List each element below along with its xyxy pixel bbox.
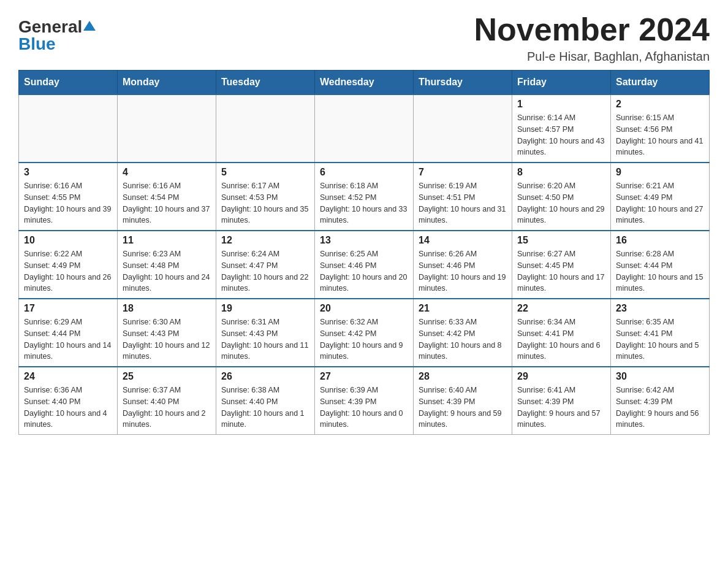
day-info: Sunrise: 6:15 AMSunset: 4:56 PMDaylight:… xyxy=(616,112,704,158)
calendar-cell xyxy=(414,94,512,163)
week-row-5: 24Sunrise: 6:36 AMSunset: 4:40 PMDayligh… xyxy=(19,367,710,435)
month-title: November 2024 xyxy=(474,12,710,47)
day-number: 6 xyxy=(320,167,408,178)
week-row-4: 17Sunrise: 6:29 AMSunset: 4:44 PMDayligh… xyxy=(19,299,710,367)
weekday-header-friday: Friday xyxy=(512,71,611,95)
logo-blue: Blue xyxy=(18,34,56,53)
day-info: Sunrise: 6:34 AMSunset: 4:41 PMDaylight:… xyxy=(517,316,605,362)
day-info: Sunrise: 6:23 AMSunset: 4:48 PMDaylight:… xyxy=(123,248,211,294)
calendar-cell: 25Sunrise: 6:37 AMSunset: 4:40 PMDayligh… xyxy=(118,367,216,435)
day-info: Sunrise: 6:16 AMSunset: 4:54 PMDaylight:… xyxy=(123,180,211,226)
day-info: Sunrise: 6:37 AMSunset: 4:40 PMDaylight:… xyxy=(123,385,211,431)
calendar-cell xyxy=(19,94,118,163)
calendar-cell: 1Sunrise: 6:14 AMSunset: 4:57 PMDaylight… xyxy=(512,94,611,163)
day-number: 4 xyxy=(123,167,211,178)
title-section: November 2024 Pul-e Hisar, Baghlan, Afgh… xyxy=(474,12,710,64)
calendar-cell: 3Sunrise: 6:16 AMSunset: 4:55 PMDaylight… xyxy=(19,163,118,231)
weekday-header-thursday: Thursday xyxy=(414,71,512,95)
weekday-header-saturday: Saturday xyxy=(611,71,710,95)
weekday-header-wednesday: Wednesday xyxy=(315,71,414,95)
page-header: General Blue November 2024 Pul-e Hisar, … xyxy=(18,12,710,64)
day-number: 26 xyxy=(221,371,309,382)
day-info: Sunrise: 6:31 AMSunset: 4:43 PMDaylight:… xyxy=(221,316,309,362)
calendar-cell xyxy=(315,94,414,163)
calendar-cell: 20Sunrise: 6:32 AMSunset: 4:42 PMDayligh… xyxy=(315,299,414,367)
day-number: 11 xyxy=(123,235,211,246)
week-row-1: 1Sunrise: 6:14 AMSunset: 4:57 PMDaylight… xyxy=(19,94,710,163)
day-info: Sunrise: 6:42 AMSunset: 4:39 PMDaylight:… xyxy=(616,385,704,431)
calendar-cell: 6Sunrise: 6:18 AMSunset: 4:52 PMDaylight… xyxy=(315,163,414,231)
day-info: Sunrise: 6:20 AMSunset: 4:50 PMDaylight:… xyxy=(517,180,605,226)
day-number: 19 xyxy=(221,303,309,314)
day-number: 27 xyxy=(320,371,408,382)
day-number: 12 xyxy=(221,235,309,246)
calendar-cell: 7Sunrise: 6:19 AMSunset: 4:51 PMDaylight… xyxy=(414,163,512,231)
day-info: Sunrise: 6:28 AMSunset: 4:44 PMDaylight:… xyxy=(616,248,704,294)
day-number: 8 xyxy=(517,167,605,178)
calendar-cell: 17Sunrise: 6:29 AMSunset: 4:44 PMDayligh… xyxy=(19,299,118,367)
week-row-2: 3Sunrise: 6:16 AMSunset: 4:55 PMDaylight… xyxy=(19,163,710,231)
day-number: 1 xyxy=(517,99,605,110)
calendar-cell: 22Sunrise: 6:34 AMSunset: 4:41 PMDayligh… xyxy=(512,299,611,367)
day-info: Sunrise: 6:39 AMSunset: 4:39 PMDaylight:… xyxy=(320,385,408,431)
calendar-cell: 28Sunrise: 6:40 AMSunset: 4:39 PMDayligh… xyxy=(414,367,512,435)
calendar-table: SundayMondayTuesdayWednesdayThursdayFrid… xyxy=(18,70,710,435)
logo-triangle-icon xyxy=(83,20,96,32)
day-number: 18 xyxy=(123,303,211,314)
svg-marker-0 xyxy=(83,21,96,31)
calendar-cell: 13Sunrise: 6:25 AMSunset: 4:46 PMDayligh… xyxy=(315,231,414,299)
day-info: Sunrise: 6:35 AMSunset: 4:41 PMDaylight:… xyxy=(616,316,704,362)
day-number: 20 xyxy=(320,303,408,314)
calendar-cell: 29Sunrise: 6:41 AMSunset: 4:39 PMDayligh… xyxy=(512,367,611,435)
logo: General Blue xyxy=(18,18,96,53)
calendar-cell: 26Sunrise: 6:38 AMSunset: 4:40 PMDayligh… xyxy=(216,367,315,435)
weekday-header-sunday: Sunday xyxy=(19,71,118,95)
day-number: 30 xyxy=(616,371,704,382)
weekday-header-tuesday: Tuesday xyxy=(216,71,315,95)
calendar-cell xyxy=(118,94,216,163)
day-info: Sunrise: 6:41 AMSunset: 4:39 PMDaylight:… xyxy=(517,385,605,431)
day-info: Sunrise: 6:21 AMSunset: 4:49 PMDaylight:… xyxy=(616,180,704,226)
day-number: 9 xyxy=(616,167,704,178)
calendar-cell: 12Sunrise: 6:24 AMSunset: 4:47 PMDayligh… xyxy=(216,231,315,299)
day-number: 13 xyxy=(320,235,408,246)
calendar-cell: 5Sunrise: 6:17 AMSunset: 4:53 PMDaylight… xyxy=(216,163,315,231)
day-number: 22 xyxy=(517,303,605,314)
day-number: 7 xyxy=(419,167,507,178)
day-number: 15 xyxy=(517,235,605,246)
day-number: 17 xyxy=(24,303,112,314)
calendar-cell: 2Sunrise: 6:15 AMSunset: 4:56 PMDaylight… xyxy=(611,94,710,163)
calendar-cell: 14Sunrise: 6:26 AMSunset: 4:46 PMDayligh… xyxy=(414,231,512,299)
day-number: 25 xyxy=(123,371,211,382)
day-number: 21 xyxy=(419,303,507,314)
calendar-cell: 24Sunrise: 6:36 AMSunset: 4:40 PMDayligh… xyxy=(19,367,118,435)
day-number: 28 xyxy=(419,371,507,382)
calendar-cell: 4Sunrise: 6:16 AMSunset: 4:54 PMDaylight… xyxy=(118,163,216,231)
calendar-cell: 16Sunrise: 6:28 AMSunset: 4:44 PMDayligh… xyxy=(611,231,710,299)
day-number: 10 xyxy=(24,235,112,246)
location: Pul-e Hisar, Baghlan, Afghanistan xyxy=(474,50,710,64)
calendar-cell: 23Sunrise: 6:35 AMSunset: 4:41 PMDayligh… xyxy=(611,299,710,367)
calendar-cell: 11Sunrise: 6:23 AMSunset: 4:48 PMDayligh… xyxy=(118,231,216,299)
day-number: 3 xyxy=(24,167,112,178)
day-number: 29 xyxy=(517,371,605,382)
day-info: Sunrise: 6:30 AMSunset: 4:43 PMDaylight:… xyxy=(123,316,211,362)
day-info: Sunrise: 6:24 AMSunset: 4:47 PMDaylight:… xyxy=(221,248,309,294)
day-info: Sunrise: 6:29 AMSunset: 4:44 PMDaylight:… xyxy=(24,316,112,362)
day-info: Sunrise: 6:18 AMSunset: 4:52 PMDaylight:… xyxy=(320,180,408,226)
day-info: Sunrise: 6:25 AMSunset: 4:46 PMDaylight:… xyxy=(320,248,408,294)
day-info: Sunrise: 6:36 AMSunset: 4:40 PMDaylight:… xyxy=(24,385,112,431)
day-number: 2 xyxy=(616,99,704,110)
day-info: Sunrise: 6:16 AMSunset: 4:55 PMDaylight:… xyxy=(24,180,112,226)
day-info: Sunrise: 6:17 AMSunset: 4:53 PMDaylight:… xyxy=(221,180,309,226)
day-info: Sunrise: 6:32 AMSunset: 4:42 PMDaylight:… xyxy=(320,316,408,362)
day-number: 14 xyxy=(419,235,507,246)
day-info: Sunrise: 6:22 AMSunset: 4:49 PMDaylight:… xyxy=(24,248,112,294)
day-info: Sunrise: 6:19 AMSunset: 4:51 PMDaylight:… xyxy=(419,180,507,226)
day-number: 23 xyxy=(616,303,704,314)
calendar-cell: 18Sunrise: 6:30 AMSunset: 4:43 PMDayligh… xyxy=(118,299,216,367)
calendar-cell xyxy=(216,94,315,163)
day-info: Sunrise: 6:38 AMSunset: 4:40 PMDaylight:… xyxy=(221,385,309,431)
day-number: 16 xyxy=(616,235,704,246)
week-row-3: 10Sunrise: 6:22 AMSunset: 4:49 PMDayligh… xyxy=(19,231,710,299)
